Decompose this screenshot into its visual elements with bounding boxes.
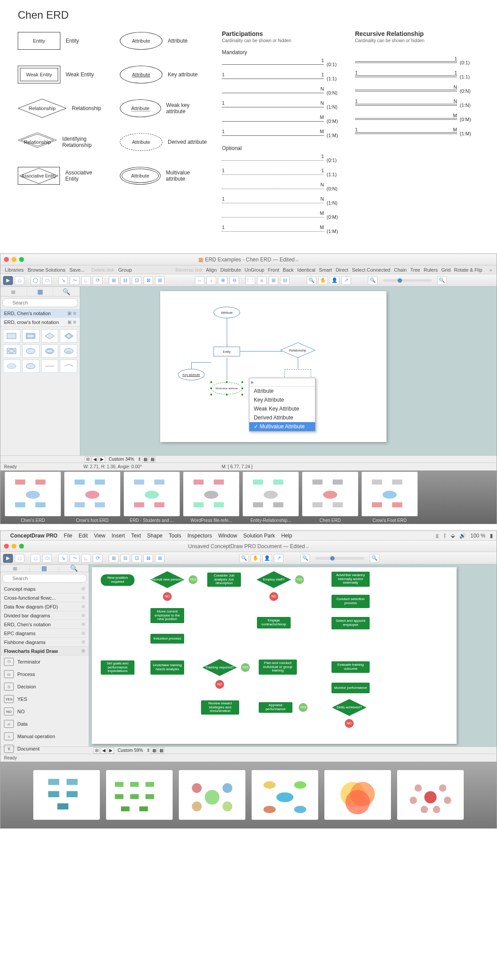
canvas-page[interactable]: Attribute Entity Relationship Key attrib… — [160, 291, 387, 442]
zoom-in-icon[interactable]: 🔍 — [437, 276, 447, 285]
mac-menu-item[interactable]: ConceptDraw PRO — [10, 533, 58, 539]
search-input[interactable] — [2, 298, 78, 307]
flow-process[interactable]: Review reward strategies and remuneratio… — [201, 700, 239, 715]
menu-item[interactable]: Chain — [394, 267, 407, 273]
menu-item[interactable]: Grid — [442, 267, 451, 273]
canvas-relationship[interactable]: Relationship — [280, 342, 316, 358]
mac-menu-item[interactable]: View — [94, 533, 106, 539]
mac-menu-item[interactable]: File — [64, 533, 72, 539]
tool-btn[interactable]: ⬭ — [42, 276, 52, 285]
menu-item[interactable]: Rulers — [424, 267, 438, 273]
menu-item[interactable]: Save... — [70, 267, 85, 273]
tool-btn[interactable]: ↗ — [341, 276, 351, 285]
context-menu-item[interactable]: Weak Key Attribute — [249, 404, 315, 413]
window-controls[interactable] — [4, 257, 24, 262]
canvas-area[interactable]: Attribute Entity Relationship Key attrib… — [80, 287, 497, 455]
side-tab[interactable]: ▦ — [30, 565, 59, 572]
close-icon[interactable] — [4, 257, 9, 262]
shape-thumb[interactable] — [41, 360, 59, 373]
flow-decision[interactable]: Training required? — [202, 659, 237, 676]
tool-btn[interactable]: ⊟ — [120, 554, 130, 563]
mac-menu-item[interactable]: Window — [218, 533, 237, 539]
thumbnail-strip[interactable]: Chen's ERD Crow's foot ERD ERD - Student… — [0, 470, 497, 524]
library-item[interactable]: ERD, Chen's notation⊗ — [0, 620, 89, 629]
canvas-attribute[interactable]: Attribute — [213, 307, 240, 318]
tool-btn[interactable]: ↘ — [58, 276, 68, 285]
shape-thumb[interactable] — [41, 329, 59, 343]
shape-thumb[interactable] — [3, 360, 20, 373]
flow-process[interactable]: Engage contractor/temp — [257, 617, 291, 628]
thumb[interactable] — [397, 770, 464, 820]
tool-btn[interactable]: 👤 — [262, 554, 272, 563]
flow-process[interactable]: Appraise performance — [259, 702, 292, 713]
tool-btn[interactable]: □ — [15, 276, 24, 285]
context-menu-item[interactable]: Multivalue Attribute — [249, 422, 315, 431]
window-controls[interactable] — [4, 544, 24, 549]
flow-process[interactable]: Undertake training needs analysis — [150, 660, 184, 675]
zoom-slider[interactable] — [383, 279, 432, 282]
tool-btn[interactable]: ↗ — [274, 554, 284, 563]
flow-no[interactable]: NO — [345, 719, 354, 728]
flow-terminator[interactable]: New position required — [101, 574, 134, 586]
shape-item[interactable]: ▭Process — [0, 668, 89, 680]
side-tab[interactable]: ▦ — [27, 287, 54, 296]
shape-thumb[interactable] — [60, 344, 77, 358]
flow-process[interactable]: Move current employee to the new positio… — [150, 608, 184, 623]
tool-btn[interactable]: ⤳ — [70, 276, 79, 285]
flow-yes[interactable]: YES — [299, 703, 308, 712]
shape-item[interactable]: YESYES — [0, 693, 89, 705]
hand-tool[interactable]: ✋ — [318, 276, 328, 285]
shape-thumb[interactable] — [22, 360, 39, 373]
flow-process[interactable]: Consider Job analysis Job description — [207, 573, 241, 587]
tool-btn[interactable]: ⊕ — [218, 276, 228, 285]
context-menu-item[interactable]: Derived Attribute — [249, 413, 315, 422]
menu-item[interactable]: Smart — [319, 267, 332, 273]
thumbnail[interactable] — [362, 472, 418, 516]
shape-thumb[interactable] — [41, 344, 59, 358]
tool-btn[interactable]: ⊞ — [268, 276, 278, 285]
tool-btn[interactable]: ∟ — [81, 554, 91, 563]
zoom-icon[interactable]: 🔍 — [239, 554, 249, 563]
library-item[interactable]: ERD, Chen's notation▣ ⊗ — [0, 309, 80, 318]
thumbnail-strip[interactable] — [0, 762, 497, 828]
page-prev[interactable]: ◀ — [92, 456, 98, 462]
tool-btn[interactable]: ↘ — [58, 554, 68, 563]
mac-menu-item[interactable]: Text — [131, 533, 141, 539]
page-first[interactable]: ⊞ — [85, 456, 91, 462]
tool-btn[interactable]: ⊟ — [120, 276, 130, 285]
tool-btn[interactable]: □ — [31, 554, 40, 563]
canvas-entity[interactable]: Entity — [213, 347, 240, 356]
thumbnail[interactable] — [243, 472, 299, 516]
thumbnail[interactable] — [64, 472, 120, 516]
thumb[interactable] — [106, 770, 173, 820]
shape-item[interactable]: NONO — [0, 705, 89, 718]
tool-btn[interactable]: 👤 — [330, 276, 339, 285]
tool-btn[interactable]: ≡ — [257, 276, 267, 285]
library-item[interactable]: Fishbone diagrams⊗ — [0, 638, 89, 647]
zoom-out-icon[interactable]: 🔍 — [300, 554, 310, 563]
tool-btn[interactable]: ⋮⋮ — [245, 276, 255, 285]
tool-btn[interactable]: ⊡ — [132, 554, 142, 563]
zoom-out-icon[interactable]: 🔍 — [368, 276, 378, 285]
canvas-key-attribute[interactable]: Key attribute — [178, 369, 205, 380]
zoom-icon[interactable]: 🔍 — [307, 276, 316, 285]
tool-btn[interactable]: ⊠ — [143, 554, 153, 563]
tool-btn[interactable]: ⊞ — [155, 276, 165, 285]
tool-btn[interactable]: ⊖ — [229, 276, 239, 285]
tool-btn[interactable]: ⟳ — [93, 554, 103, 563]
page-next[interactable]: ▶ — [108, 747, 114, 754]
flow-process[interactable]: Set goals and performance expectations — [101, 660, 134, 675]
context-menu[interactable]: ▸ AttributeKey AttributeWeak Key Attribu… — [249, 378, 316, 431]
zoom-in-icon[interactable]: 🔍 — [370, 554, 379, 563]
shape-item[interactable]: ◇Decision — [0, 680, 89, 693]
page-first[interactable]: ⊞ — [94, 747, 100, 754]
library-item[interactable]: EPC diagrams⊗ — [0, 629, 89, 638]
search-input[interactable] — [2, 574, 87, 583]
maximize-icon[interactable] — [19, 544, 24, 549]
library-item[interactable]: Divided bar diagrams⊗ — [0, 611, 89, 620]
menu-item[interactable]: Rotate & Flip — [454, 267, 482, 273]
flow-process[interactable]: Evaluate training outcome — [331, 661, 370, 673]
thumbnail[interactable] — [302, 472, 358, 516]
flow-decision[interactable]: Employ staff? — [256, 571, 292, 589]
menu-item[interactable]: Group — [118, 267, 132, 273]
